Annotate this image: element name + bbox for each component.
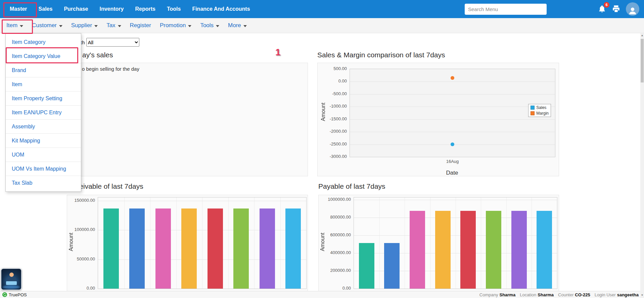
vertical-gridline [430,197,430,289]
status-counter: Counter CO-225 [558,292,590,297]
vertical-gridline [124,197,125,289]
status-label: Company [479,292,498,297]
subnav-item-supplier[interactable]: Supplier [67,18,102,33]
y-axis-tick-label: 50000.00 [77,256,95,261]
y-axis-tick-label: -3000.00 [330,154,347,159]
bar [208,208,223,289]
payable-panel: Amount 1000000.00800000.00600000.0040000… [318,195,559,298]
caret-down-icon [20,25,23,27]
bar [410,211,425,289]
dropdown-item-tax-slab[interactable]: Tax Slab [6,176,81,190]
subnav-item-tools[interactable]: Tools [196,18,224,33]
y-axis-tick-label: 400000.00 [330,250,351,255]
truepos-logo-icon [2,292,7,297]
status-bar: TruePOS Company Sharma Location Sharma C… [0,291,644,298]
legend-label-margin: Margin [536,111,549,116]
vertical-gridline [405,197,405,289]
dropdown-item-uom-vs-item-mapping[interactable]: UOM Vs Item Mapping [6,162,81,176]
legend-item-sales: Sales [531,105,549,110]
y-axis-tick-label: 1000000.00 [328,197,351,202]
menu-item-reports[interactable]: Reports [129,0,161,18]
caret-down-icon [188,25,191,27]
scroll-down-arrow-icon[interactable] [640,293,644,298]
subnav-item-tax[interactable]: Tax [102,18,125,33]
legend-swatch-sales [531,106,535,110]
vertical-gridline [506,197,507,289]
dropdown-item-uom[interactable]: UOM [6,148,81,162]
vertical-gridline [280,197,281,289]
status-value: Sharma [499,292,515,297]
scroll-up-arrow-icon[interactable] [640,33,644,38]
vertical-gridline [202,197,202,289]
menu-item-purchase[interactable]: Purchase [58,0,94,18]
y-axis-tick-label: -2500.00 [330,141,347,146]
user-icon [628,6,638,16]
branch-select[interactable]: All [86,38,139,47]
bar [103,208,119,289]
horizontal-gridline [350,119,555,120]
help-widget-thumbnail[interactable] [1,268,22,290]
dropdown-item-item-category-value[interactable]: Item Category Value [6,49,81,63]
status-value: Sharma [538,292,554,297]
y-axis-tick-label: 0.00 [87,286,95,291]
horizontal-gridline [354,200,557,200]
status-label: Location [520,292,536,297]
vertical-gridline [228,197,229,289]
dropdown-item-kit-mapping[interactable]: Kit Mapping [6,134,81,148]
vertical-gridline [176,197,177,289]
bar [233,208,249,289]
subnav-item-promotion[interactable]: Promotion [155,18,196,33]
bar [359,243,374,289]
vertical-scrollbar[interactable] [640,33,644,298]
dropdown-item-item-ean-upc-entry[interactable]: Item EAN/UPC Entry [6,106,81,120]
y-axis-tick-label: 100000.00 [75,227,95,232]
dropdown-item-assembly[interactable]: Assembly [6,120,81,134]
horizontal-gridline [98,201,306,201]
search-menu-input[interactable] [465,4,547,15]
receivable-chart: 150000.00100000.0050000.000.00 [98,197,307,289]
menu-item-inventory[interactable]: Inventory [94,0,129,18]
caret-down-icon [216,25,219,27]
subnav-item-register[interactable]: Register [126,18,155,33]
status-label: Counter [558,292,573,297]
dropdown-item-item[interactable]: Item [6,77,81,92]
legend-item-margin: Margin [531,111,549,116]
user-avatar[interactable] [626,2,639,16]
bar [129,208,145,289]
subnav-item-customer[interactable]: Customer [28,18,67,33]
horizontal-gridline [350,81,555,82]
top-navbar: Master Sales Purchase Inventory Reports … [0,0,644,18]
dropdown-item-item-property-setting[interactable]: Item Property Setting [6,92,81,106]
print-button[interactable] [612,5,620,13]
menu-item-master[interactable]: Master [4,0,33,18]
caret-down-icon [94,25,98,27]
y-axis-tick-label: -500.00 [332,91,347,96]
bar [460,211,476,289]
x-axis-tick-label: 16Aug [446,159,459,164]
data-point-margin [451,76,454,80]
status-value: CO-225 [575,292,590,297]
widget-art-person [9,273,14,277]
horizontal-gridline [350,107,555,107]
subnav-item-item[interactable]: Item [2,18,28,33]
printer-icon [612,5,620,13]
brand-name: TruePOS [9,292,27,297]
topnav-actions: 6 [465,0,639,18]
subnav-item-more[interactable]: More [224,18,251,33]
bar [511,211,527,289]
y-axis-tick-label: 800000.00 [330,215,351,220]
notifications-button[interactable]: 6 [598,5,606,13]
data-point-sales [451,142,454,146]
menu-item-sales[interactable]: Sales [33,0,58,18]
y-axis-label: Amount [320,103,326,121]
scrollbar-thumb[interactable] [641,39,644,82]
dropdown-item-item-category[interactable]: Item Category [6,35,81,49]
subnav-item-label: Promotion [160,22,186,29]
dropdown-item-brand[interactable]: Brand [6,63,81,77]
menu-item-tools[interactable]: Tools [161,0,186,18]
menu-item-finance-and-accounts[interactable]: Finance And Accounts [186,0,256,18]
status-location: Location Sharma [520,292,554,297]
y-axis-label: Amount [320,233,326,251]
begin-selling-link[interactable]: o begin selling for the day [82,66,139,72]
todays-sales-panel: o begin selling for the day [67,63,308,176]
